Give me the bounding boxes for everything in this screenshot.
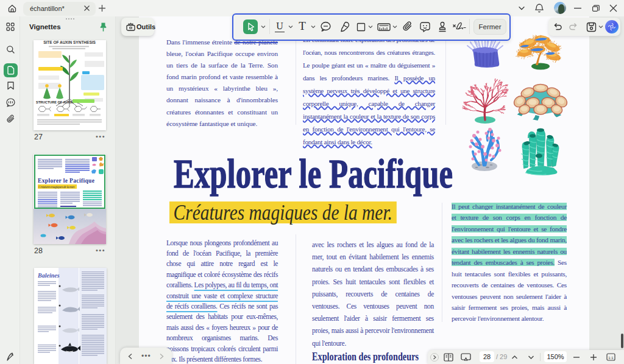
svg-text:SITE OF AUXIN SYNTHESIS: SITE OF AUXIN SYNTHESIS: [43, 40, 96, 44]
svg-text:1:1: 1:1: [608, 356, 614, 360]
svg-text:STRUCTURE OF AUXIN: STRUCTURE OF AUXIN: [36, 100, 74, 104]
svg-text:Baleines: Baleines: [37, 272, 60, 279]
